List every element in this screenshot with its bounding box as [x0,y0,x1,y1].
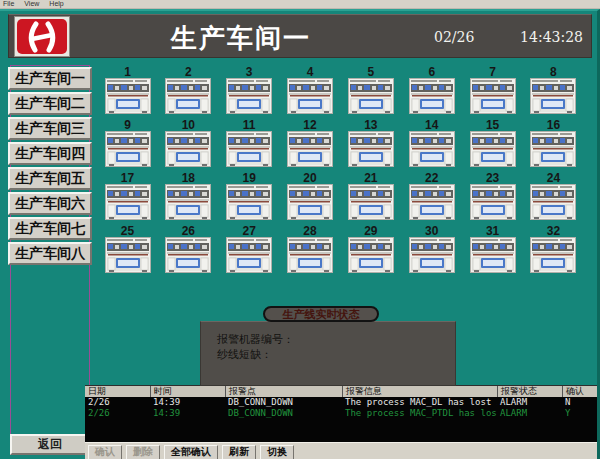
machine-8[interactable]: 8 [530,66,577,114]
machine-3[interactable]: 3 [226,66,273,114]
knitting-machine-icon[interactable] [470,78,516,114]
machine-16[interactable]: 16 [530,119,577,167]
machine-number: 15 [469,119,516,131]
column-header-5: 确认 [562,386,597,397]
sidebar-item-workshop-7[interactable]: 生产车间七 [8,217,92,240]
machine-number: 6 [408,66,455,78]
knitting-machine-icon[interactable] [165,184,211,220]
machine-2[interactable]: 2 [165,66,212,114]
machine-31[interactable]: 31 [469,225,516,273]
machine-11[interactable]: 11 [226,119,273,167]
machine-28[interactable]: 28 [287,225,334,273]
knitting-machine-icon[interactable] [530,184,576,220]
sidebar-item-workshop-3[interactable]: 生产车间三 [8,117,92,140]
machine-9[interactable]: 9 [104,119,151,167]
knitting-machine-icon[interactable] [105,237,151,273]
column-header-4: 报警状态 [497,386,562,397]
knitting-machine-icon[interactable] [348,131,394,167]
machine-number: 12 [287,119,334,131]
menu-item-help[interactable]: Help [49,0,63,8]
alarm-status: ALARM [497,408,562,419]
sidebar-item-workshop-1[interactable]: 生产车间一 [8,67,92,90]
footer-button-4[interactable]: 刷新 [222,445,256,459]
machine-30[interactable]: 30 [408,225,455,273]
knitting-machine-icon[interactable] [348,237,394,273]
machine-number: 13 [347,119,394,131]
knitting-machine-icon[interactable] [226,131,272,167]
alarm-message: The process MAC_DL has lost its d... [342,397,497,408]
return-button[interactable]: 返回 [10,434,90,455]
footer-toolbar: 确认删除全部确认刷新切换 [85,442,597,459]
machine-29[interactable]: 29 [347,225,394,273]
machine-4[interactable]: 4 [287,66,334,114]
machine-18[interactable]: 18 [165,172,212,220]
column-header-2: 报警点 [225,386,342,397]
machine-number: 9 [104,119,151,131]
knitting-machine-icon[interactable] [530,237,576,273]
machine-number: 19 [226,172,273,184]
machine-27[interactable]: 27 [226,225,273,273]
machine-number: 11 [226,119,273,131]
machine-19[interactable]: 19 [226,172,273,220]
knitting-machine-icon[interactable] [105,131,151,167]
machine-10[interactable]: 10 [165,119,212,167]
knitting-machine-icon[interactable] [348,184,394,220]
alarm-row[interactable]: 2/2614:39DB_CONN_DOWNThe process MAC_PTD… [85,408,597,419]
knitting-machine-icon[interactable] [165,131,211,167]
sidebar-item-workshop-2[interactable]: 生产车间二 [8,92,92,115]
knitting-machine-icon[interactable] [470,184,516,220]
knitting-machine-icon[interactable] [105,184,151,220]
knitting-machine-icon[interactable] [226,184,272,220]
sidebar-item-workshop-8[interactable]: 生产车间八 [8,242,92,265]
knitting-machine-icon[interactable] [287,237,333,273]
footer-button-2[interactable]: 删除 [126,445,160,459]
knitting-machine-icon[interactable] [287,184,333,220]
knitting-machine-icon[interactable] [287,131,333,167]
machine-number: 1 [104,66,151,78]
sidebar-item-workshop-5[interactable]: 生产车间五 [8,167,92,190]
machine-17[interactable]: 17 [104,172,151,220]
knitting-machine-icon[interactable] [470,131,516,167]
column-header-1: 时间 [150,386,225,397]
machine-15[interactable]: 15 [469,119,516,167]
knitting-machine-icon[interactable] [409,184,455,220]
menu-item-view[interactable]: View [24,0,39,8]
machine-1[interactable]: 1 [104,66,151,114]
knitting-machine-icon[interactable] [287,78,333,114]
machine-24[interactable]: 24 [530,172,577,220]
footer-button-1[interactable]: 确认 [88,445,122,459]
machine-26[interactable]: 26 [165,225,212,273]
machine-14[interactable]: 14 [408,119,455,167]
machine-12[interactable]: 12 [287,119,334,167]
knitting-machine-icon[interactable] [530,131,576,167]
alarm-date: 2/26 [85,408,150,419]
knitting-machine-icon[interactable] [105,78,151,114]
sidebar-item-workshop-6[interactable]: 生产车间六 [8,192,92,215]
knitting-machine-icon[interactable] [226,78,272,114]
alarm-row[interactable]: 2/2614:39DB_CONN_DOWNThe process MAC_DL … [85,397,597,408]
knitting-machine-icon[interactable] [226,237,272,273]
knitting-machine-icon[interactable] [530,78,576,114]
knitting-machine-icon[interactable] [409,131,455,167]
machine-7[interactable]: 7 [469,66,516,114]
menu-item-file[interactable]: File [3,0,14,8]
knitting-machine-icon[interactable] [348,78,394,114]
knitting-machine-icon[interactable] [409,237,455,273]
alarm-point: DB_CONN_DOWN [225,397,342,408]
machine-25[interactable]: 25 [104,225,151,273]
machine-5[interactable]: 5 [347,66,394,114]
machine-20[interactable]: 20 [287,172,334,220]
machine-6[interactable]: 6 [408,66,455,114]
knitting-machine-icon[interactable] [165,237,211,273]
footer-button-3[interactable]: 全部确认 [164,445,218,459]
machine-32[interactable]: 32 [530,225,577,273]
machine-22[interactable]: 22 [408,172,455,220]
machine-21[interactable]: 21 [347,172,394,220]
machine-13[interactable]: 13 [347,119,394,167]
sidebar-item-workshop-4[interactable]: 生产车间四 [8,142,92,165]
knitting-machine-icon[interactable] [470,237,516,273]
knitting-machine-icon[interactable] [165,78,211,114]
footer-button-5[interactable]: 切换 [260,445,294,459]
machine-23[interactable]: 23 [469,172,516,220]
knitting-machine-icon[interactable] [409,78,455,114]
